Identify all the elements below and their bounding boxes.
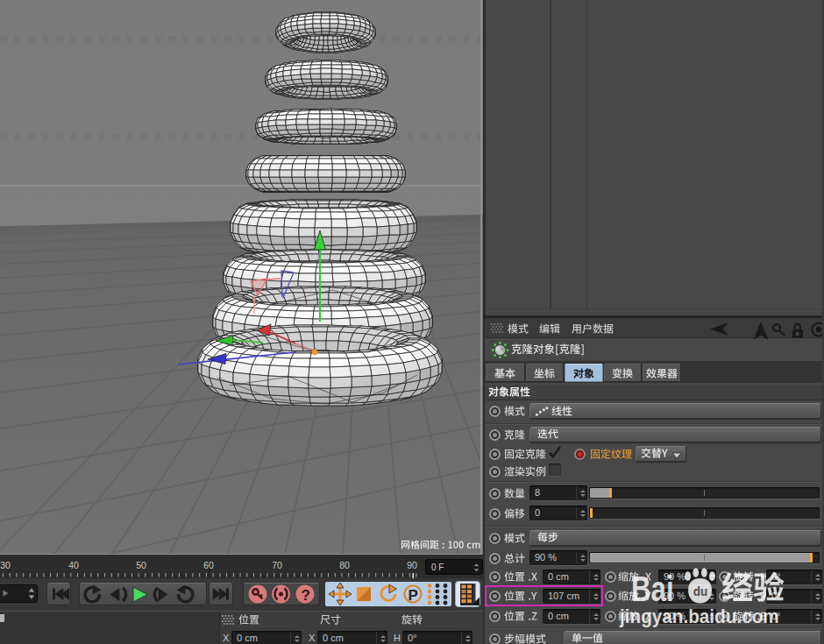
- svg-text:du: du: [693, 584, 707, 598]
- svg-text:P: P: [408, 587, 418, 604]
- svg-text:?: ?: [302, 587, 310, 604]
